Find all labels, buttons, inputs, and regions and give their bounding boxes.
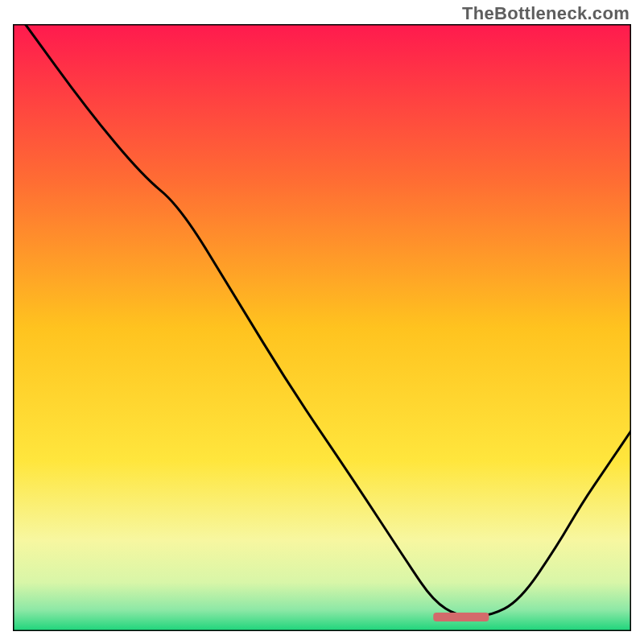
watermark-text: TheBottleneck.com — [462, 3, 630, 24]
gradient-background — [13, 24, 631, 631]
minimum-marker — [433, 613, 489, 621]
bottleneck-chart — [13, 24, 631, 631]
chart-area — [13, 24, 631, 631]
